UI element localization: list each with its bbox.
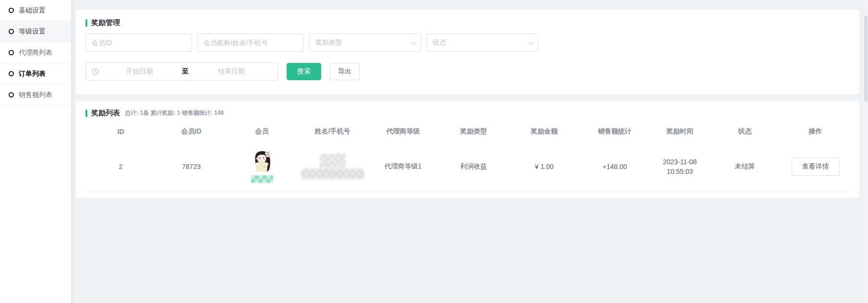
cell-name-phone: [297, 142, 368, 192]
sidebar-item-order-list[interactable]: 订单列表: [0, 63, 71, 85]
cell-action: 查看详情: [780, 142, 851, 192]
cell-status: 未结算: [710, 142, 780, 192]
cell-reward-type: 利润收益: [438, 142, 509, 192]
date-separator: 至: [180, 67, 191, 76]
col-header-agent-level: 代理商等级: [368, 121, 438, 142]
start-date-placeholder: 开始日期: [99, 67, 180, 76]
col-header-member: 会员: [227, 121, 297, 142]
end-date-placeholder: 结束日期: [191, 67, 272, 76]
page-title: 奖励管理: [91, 18, 120, 27]
title-accent-bar: [85, 109, 87, 117]
reward-type-select[interactable]: 奖励类型: [309, 34, 421, 52]
status-select[interactable]: 状态: [426, 34, 538, 52]
member-name-phone-input[interactable]: [197, 34, 304, 52]
scrollbar-thumb[interactable]: [864, 15, 868, 102]
filter-card-title: 奖励管理: [85, 18, 850, 27]
search-button[interactable]: 搜索: [287, 63, 321, 80]
circle-icon: [9, 8, 14, 13]
chevron-down-icon: [411, 39, 416, 45]
col-header-member-id: 会员ID: [156, 121, 227, 142]
filter-row-2: 开始日期 至 结束日期 搜索 导出: [85, 62, 850, 81]
cell-time: 2023-11-08 10:55:03: [650, 142, 710, 192]
col-header-reward-type: 奖励类型: [438, 121, 509, 142]
export-button[interactable]: 导出: [330, 63, 360, 80]
sidebar-item-label: 销售额列表: [19, 91, 52, 99]
cell-sales: +148.00: [579, 142, 650, 192]
list-title: 奖励列表: [91, 109, 120, 118]
reward-list-card: 奖励列表 总计: 1条 累计奖励: 1 销售额统计: 148 ID 会员ID 会…: [76, 101, 859, 198]
col-header-time: 奖励时间: [650, 121, 710, 142]
circle-icon: [9, 92, 14, 97]
title-accent-bar: [85, 19, 87, 27]
cell-id: 2: [85, 142, 156, 192]
cell-member: [227, 142, 297, 192]
reward-table: ID 会员ID 会员 姓名/手机号 代理商等级 奖励类型 奖励金额 销售额统计 …: [85, 121, 851, 192]
table-row: 2 78723: [85, 142, 851, 192]
main-content: 奖励管理 奖励类型 状态 开始日期 至 结束日期: [71, 0, 868, 198]
circle-icon: [9, 71, 14, 76]
col-header-status: 状态: [710, 121, 780, 142]
chevron-down-icon: [528, 39, 533, 45]
circle-icon: [9, 50, 14, 55]
table-header-row: ID 会员ID 会员 姓名/手机号 代理商等级 奖励类型 奖励金额 销售额统计 …: [85, 121, 851, 142]
sidebar-item-label: 订单列表: [19, 70, 46, 78]
sidebar-item-label: 等级设置: [19, 27, 46, 36]
sidebar: 基础设置 等级设置 代理商列表 订单列表 销售额列表: [0, 0, 71, 303]
sidebar-item-basic-settings[interactable]: 基础设置: [0, 0, 71, 21]
reward-type-placeholder: 奖励类型: [315, 38, 342, 47]
name-pixelated: [297, 154, 368, 179]
member-badge-pixelated: [251, 175, 273, 183]
cell-amount: ¥ 1.00: [509, 142, 579, 192]
sidebar-item-label: 代理商列表: [19, 48, 52, 57]
avatar: [250, 150, 275, 174]
view-detail-button[interactable]: 查看详情: [792, 158, 840, 176]
sidebar-item-label: 基础设置: [19, 6, 46, 15]
col-header-action: 操作: [780, 121, 851, 142]
member-id-input[interactable]: [85, 34, 192, 52]
col-header-sales: 销售额统计: [579, 121, 650, 142]
reward-filter-card: 奖励管理 奖励类型 状态 开始日期 至 结束日期: [76, 10, 859, 94]
col-header-name-phone: 姓名/手机号: [297, 121, 368, 142]
circle-icon: [9, 29, 14, 34]
col-header-id: ID: [85, 121, 156, 142]
status-placeholder: 状态: [433, 38, 446, 47]
vertical-scrollbar[interactable]: [864, 0, 868, 303]
col-header-amount: 奖励金额: [509, 121, 579, 142]
sidebar-item-level-settings[interactable]: 等级设置: [0, 21, 71, 42]
clock-icon: [92, 68, 99, 75]
cell-agent-level: 代理商等级1: [368, 142, 438, 192]
filter-row-1: 奖励类型 状态: [85, 34, 850, 52]
cell-member-id: 78723: [156, 142, 227, 192]
sidebar-item-agent-list[interactable]: 代理商列表: [0, 42, 71, 63]
list-summary-stats: 总计: 1条 累计奖励: 1 销售额统计: 148: [125, 109, 224, 117]
list-card-title: 奖励列表 总计: 1条 累计奖励: 1 销售额统计: 148: [85, 109, 850, 118]
sidebar-item-sales-list[interactable]: 销售额列表: [0, 85, 71, 106]
date-range-picker[interactable]: 开始日期 至 结束日期: [85, 62, 278, 81]
